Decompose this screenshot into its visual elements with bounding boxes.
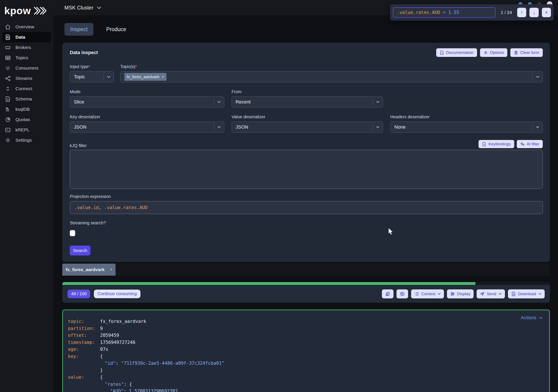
list-icon: [414, 291, 419, 296]
key-deserializer-select[interactable]: JSON: [70, 121, 224, 133]
find-query-expression: .value.rates.AUD: [397, 10, 440, 15]
results-toolbar: 48 / 100 Continue consuming Context Disp: [62, 282, 550, 303]
find-query-operator: > 1.55: [443, 10, 459, 15]
search-results-button[interactable]: [396, 289, 408, 298]
sidebar-item-schema[interactable]: Schema: [2, 94, 51, 104]
remove-topic-icon[interactable]: ×: [162, 75, 164, 79]
record-panel: Actions topic:fx_forex_aardvark partitio…: [62, 310, 550, 392]
record-field-timestamp: timestamp:1756949727246: [68, 339, 543, 346]
options-button[interactable]: Options: [480, 48, 507, 57]
result-tab-fx-forex-aardvark[interactable]: fx_forex_aardvark ×: [62, 264, 115, 276]
context-button[interactable]: Context: [411, 289, 444, 298]
file-download-icon: [511, 291, 516, 296]
sidebar-item-quotas[interactable]: Quotas: [2, 114, 51, 125]
sidebar-item-label: Connect: [16, 86, 32, 91]
clear-form-button[interactable]: Clear form: [510, 48, 543, 57]
mode-select[interactable]: Slice: [70, 96, 224, 108]
rocket-icon: [5, 106, 11, 112]
from-label: From: [232, 89, 383, 94]
required-asterisk: *: [135, 64, 137, 69]
arrow-up-icon: ↑: [520, 10, 523, 16]
record-detail: topic:fx_forex_aardvark partition:9 offs…: [68, 318, 543, 392]
record-field-partition: partition:9: [68, 325, 543, 332]
share-icon: [5, 76, 11, 81]
sidebar: kpow Overview Data Brokers Topics Consum…: [0, 0, 53, 392]
diamond-icon: [5, 86, 11, 92]
kjq-filter-label: kJQ filter: [70, 143, 87, 148]
display-button[interactable]: Display: [447, 289, 474, 298]
sidebar-item-brokers[interactable]: Brokers: [2, 42, 51, 53]
sidebar-nav: Overview Data Brokers Topics Consumers S…: [0, 22, 53, 145]
sidebar-item-streams[interactable]: Streams: [2, 73, 51, 84]
value-deserializer-label: Value deserializer: [232, 114, 383, 119]
data-search-icon: [5, 34, 11, 40]
kjq-filter-textarea[interactable]: [70, 150, 543, 189]
find-overlay: .value.rates.AUD > 1.55 1 / 24 ↑ ↓ ×: [390, 4, 554, 21]
chevron-down-icon: [97, 7, 101, 9]
input-type-select[interactable]: Topic: [70, 71, 114, 82]
chevron-down-icon: [533, 76, 542, 78]
main-content: Inspect Produce Data inspect Documentati…: [53, 15, 558, 392]
find-query-input[interactable]: .value.rates.AUD > 1.55: [393, 7, 496, 17]
tab-produce[interactable]: Produce: [106, 26, 126, 32]
projection-label: Projection expression: [70, 194, 543, 199]
find-next-button[interactable]: ↓: [529, 8, 539, 17]
panel-title: Data inspect: [70, 50, 98, 55]
topic-tag[interactable]: fx_forex_aardvark ×: [124, 73, 166, 81]
search-circle-icon: [400, 291, 405, 296]
from-select[interactable]: Recent: [232, 96, 383, 108]
streaming-search-checkbox[interactable]: [70, 230, 75, 236]
chevron-down-icon: [539, 317, 543, 319]
input-type-label: Input type*: [70, 64, 114, 69]
chevron-down-icon: [538, 293, 541, 295]
mode-tabs: Inspect Produce: [64, 23, 558, 36]
record-count-badge: 48 / 100: [67, 290, 90, 298]
document-icon: [482, 142, 487, 146]
chevron-down-icon: [498, 293, 502, 295]
sidebar-item-overview[interactable]: Overview: [2, 22, 51, 32]
sidebar-item-connect[interactable]: Connect: [2, 84, 51, 94]
ai-filter-button[interactable]: AI filter: [517, 140, 543, 148]
sidebar-item-label: kREPL: [16, 127, 29, 132]
sidebar-item-data[interactable]: Data: [2, 32, 51, 42]
find-close-button[interactable]: ×: [542, 8, 551, 17]
cluster-selector[interactable]: MSK Cluster: [64, 5, 101, 11]
send-button[interactable]: Send: [477, 289, 505, 298]
kpow-chevrons-icon: [33, 6, 46, 16]
sidebar-item-topics[interactable]: Topics: [2, 53, 51, 63]
search-button[interactable]: Search: [70, 246, 90, 256]
chevron-down-icon: [373, 126, 383, 128]
headers-deserializer-select[interactable]: None: [390, 121, 543, 133]
clipboard-icon: [385, 291, 390, 296]
chevron-down-icon: [104, 76, 114, 78]
download-button[interactable]: Download: [508, 289, 545, 298]
document-icon: [440, 51, 444, 55]
chevron-down-icon: [214, 126, 224, 128]
value-deserializer-select[interactable]: JSON: [232, 121, 383, 133]
streaming-search-label: Streaming search?: [70, 221, 543, 225]
pie-chart-icon: [5, 117, 11, 123]
tab-inspect[interactable]: Inspect: [64, 23, 93, 36]
topics-multiselect[interactable]: fx_forex_aardvark ×: [120, 71, 543, 82]
documentation-button[interactable]: Documentation: [436, 48, 477, 57]
close-tab-icon[interactable]: ×: [110, 268, 112, 272]
keybindings-button[interactable]: Keybindings: [479, 140, 514, 148]
send-plane-icon: [480, 291, 485, 296]
record-actions-dropdown[interactable]: Actions: [521, 315, 543, 321]
sidebar-item-consumers[interactable]: Consumers: [2, 63, 51, 73]
record-field-age: age:07s: [68, 346, 543, 353]
record-field-topic: topic:fx_forex_aardvark: [68, 318, 543, 325]
key-deserializer-label: Key deserializer: [70, 114, 224, 119]
find-prev-button[interactable]: ↑: [517, 8, 526, 17]
chevron-down-icon: [533, 126, 542, 128]
sidebar-item-settings[interactable]: Settings: [2, 135, 51, 145]
sidebar-item-krepl[interactable]: kREPL: [2, 125, 51, 135]
sidebar-item-ksqldb[interactable]: ksqlDB: [2, 104, 51, 114]
sidebar-item-label: Streams: [16, 76, 32, 81]
copy-results-button[interactable]: [382, 289, 393, 298]
continue-consuming-button[interactable]: Continue consuming: [94, 290, 140, 298]
record-value-rates: "rates": {: [68, 381, 543, 388]
terminal-icon: [5, 127, 11, 133]
projection-input[interactable]: .value.id, .value.rates.AUD: [70, 201, 543, 214]
sidebar-item-label: Data: [16, 34, 25, 40]
